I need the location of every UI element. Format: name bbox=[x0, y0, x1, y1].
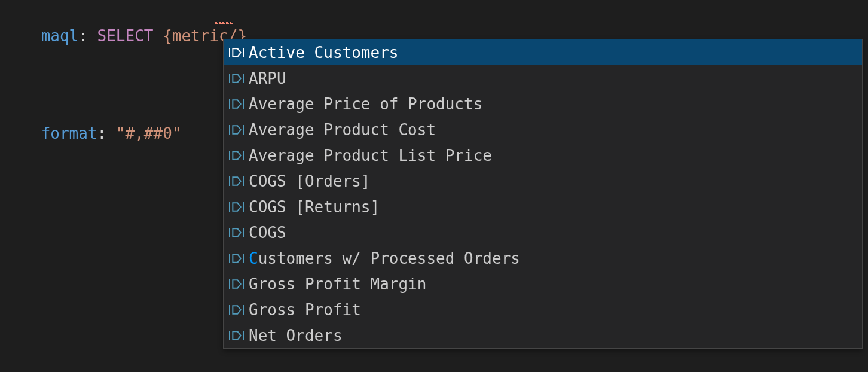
constant-icon bbox=[227, 326, 249, 345]
suggest-item[interactable]: Gross Profit Margin bbox=[224, 271, 862, 297]
suggest-item-label: Active Customers bbox=[249, 44, 398, 62]
suggest-item[interactable]: COGS [Returns] bbox=[224, 194, 862, 219]
suggest-item-label: COGS bbox=[249, 224, 286, 242]
constant-icon bbox=[227, 275, 249, 294]
constant-icon bbox=[227, 300, 249, 319]
constant-icon bbox=[227, 94, 249, 114]
suggest-item-label: Average Product Cost bbox=[249, 121, 436, 139]
suggest-item-label: Gross Profit Margin bbox=[249, 275, 426, 293]
suggest-item[interactable]: ARPU bbox=[224, 65, 862, 91]
yaml-key: maql bbox=[41, 27, 79, 45]
suggest-item-label: Net Orders bbox=[249, 327, 343, 344]
suggest-item-label: ARPU bbox=[249, 69, 286, 87]
constant-icon bbox=[227, 43, 249, 62]
suggest-item-label: Average Price of Products bbox=[249, 95, 482, 113]
suggest-item[interactable]: Active Customers bbox=[224, 39, 862, 65]
suggest-item[interactable]: COGS [Orders] bbox=[224, 168, 862, 194]
yaml-value-string: "#,##0" bbox=[116, 124, 182, 142]
constant-icon bbox=[227, 172, 249, 191]
suggest-item[interactable]: Average Price of Products bbox=[224, 91, 862, 117]
constant-icon bbox=[227, 69, 249, 88]
suggest-item[interactable]: Net Orders bbox=[224, 322, 862, 348]
suggest-item-label: Gross Profit bbox=[249, 301, 361, 319]
constant-icon bbox=[227, 120, 249, 139]
constant-icon bbox=[227, 223, 249, 242]
yaml-colon: : bbox=[78, 27, 97, 45]
suggest-item[interactable]: COGS bbox=[224, 219, 862, 245]
constant-icon bbox=[227, 197, 249, 217]
suggest-item-label: Customers w/ Processed Orders bbox=[249, 249, 520, 267]
suggest-item-label: COGS [Returns] bbox=[249, 198, 380, 216]
autocomplete-popup[interactable]: Active CustomersARPUAverage Price of Pro… bbox=[223, 39, 863, 349]
suggest-item[interactable]: Gross Profit bbox=[224, 297, 862, 322]
suggest-item-label: COGS [Orders] bbox=[249, 172, 371, 190]
error-squiggle bbox=[215, 22, 233, 24]
suggest-item-label: Average Product List Price bbox=[249, 147, 492, 164]
suggest-item[interactable]: Customers w/ Processed Orders bbox=[224, 245, 862, 271]
constant-icon bbox=[227, 146, 249, 165]
maql-keyword-select: SELECT bbox=[97, 27, 163, 45]
constant-icon bbox=[227, 249, 249, 268]
yaml-colon: : bbox=[97, 124, 116, 142]
suggest-item[interactable]: Average Product Cost bbox=[224, 117, 862, 142]
yaml-key: format bbox=[41, 124, 97, 142]
suggest-item[interactable]: Average Product List Price bbox=[224, 142, 862, 168]
maql-brace-open: { bbox=[163, 27, 172, 45]
